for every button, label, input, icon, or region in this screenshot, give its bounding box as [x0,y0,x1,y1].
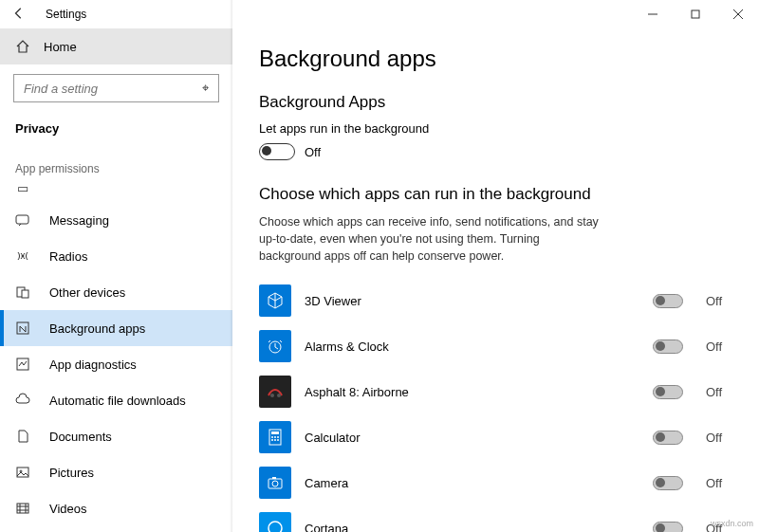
app-name: 3D Viewer [305,294,639,308]
search-field[interactable] [24,82,202,96]
app-row-cortana: Cortana Off [259,505,732,532]
svg-point-15 [277,394,281,397]
svg-point-27 [268,522,282,532]
app-row-camera: Camera Off [259,460,732,505]
app-name: Camera [305,476,639,490]
cloud-download-icon [15,393,30,408]
documents-icon [15,429,30,444]
svg-rect-7 [22,290,28,298]
svg-rect-17 [271,431,279,434]
sidebar-item-pictures[interactable]: Pictures [0,454,232,490]
svg-point-5 [22,255,24,257]
watermark: wsxdn.com [711,519,753,528]
minimize-button[interactable] [631,0,674,28]
svg-point-20 [277,436,279,438]
sidebar-item-app-diagnostics[interactable]: App diagnostics [0,346,232,382]
nav-label: Pictures [49,466,94,480]
master-toggle[interactable] [259,143,295,160]
nav-label: Documents [49,430,112,444]
app-toggle-state: Off [706,339,732,354]
app-toggle-calculator[interactable] [653,431,683,445]
svg-rect-1 [692,10,699,18]
section-heading-choose-apps: Choose which apps can run in the backgro… [259,185,732,204]
svg-point-19 [274,436,276,438]
nav-list: ▭ Tasks Messaging Radios Other devices B… [0,181,232,532]
window-title: Settings [38,8,86,21]
sidebar-item-radios[interactable]: Radios [0,238,232,274]
page-title: Background apps [259,46,732,72]
section-heading-background-apps: Background Apps [259,93,732,112]
window-controls [631,0,759,28]
nav-label: Automatic file downloads [49,394,186,408]
maximize-button[interactable] [674,0,716,28]
asphalt-icon [259,376,291,408]
app-toggle-state: Off [706,431,732,445]
app-name: Cortana [305,522,639,532]
app-diagnostics-icon [15,357,30,372]
app-name: Calculator [305,431,639,445]
master-toggle-state: Off [305,145,321,159]
section-label: App permissions [0,149,232,181]
content-pane: Background apps Background Apps Let apps… [232,28,759,532]
sidebar-item-background-apps[interactable]: Background apps [0,310,232,346]
nav-label: Messaging [49,213,109,228]
svg-rect-26 [272,477,276,479]
category-header[interactable]: Privacy [0,110,232,149]
svg-point-21 [271,439,273,441]
search-input[interactable]: ⌖ [13,74,219,102]
app-toggle-state: Off [706,385,732,399]
calculator-icon [259,421,291,453]
nav-label: Radios [49,249,87,264]
nav-label: Videos [49,502,87,516]
app-row-asphalt: Asphalt 8: Airborne Off [259,369,732,414]
titlebar: Settings [0,0,759,28]
back-button[interactable] [0,7,38,23]
sidebar-item-videos[interactable]: Videos [0,490,232,526]
camera-icon [259,467,291,499]
nav-label: App diagnostics [49,358,137,372]
other-devices-icon [15,284,30,300]
app-toggle-alarms-clock[interactable] [653,339,683,354]
app-row-3d-viewer: 3D Viewer Off [259,278,732,323]
pictures-icon [15,465,30,480]
app-toggle-camera[interactable] [653,476,683,490]
app-row-calculator: Calculator Off [259,414,732,460]
messaging-icon [15,212,30,228]
sidebar-item-automatic-file-downloads[interactable]: Automatic file downloads [0,382,232,418]
sidebar-item-messaging[interactable]: Messaging [0,202,232,238]
app-toggle-state: Off [706,476,732,490]
radios-icon [15,248,30,264]
svg-point-23 [277,439,279,441]
app-toggle-asphalt[interactable] [653,385,683,399]
nav-label: Other devices [49,285,125,300]
sidebar-item-documents[interactable]: Documents [0,418,232,454]
svg-rect-4 [16,215,28,224]
sidebar: Home ⌖ Privacy App permissions ▭ Tasks M… [0,28,232,532]
nav-label: Background apps [49,321,145,336]
videos-icon [15,501,30,516]
svg-point-22 [274,439,276,441]
svg-rect-12 [17,504,28,513]
app-name: Asphalt 8: Airborne [305,385,639,399]
svg-rect-8 [17,322,28,334]
app-toggle-state: Off [706,294,732,308]
svg-point-18 [271,436,273,438]
sidebar-item-tasks[interactable]: ▭ Tasks [0,181,232,202]
alarms-clock-icon [259,330,291,362]
svg-point-25 [272,481,278,486]
sidebar-item-other-devices[interactable]: Other devices [0,274,232,310]
home-icon [15,39,30,54]
tasks-icon: ▭ [15,181,30,195]
section-description: Choose which apps can receive info, send… [259,213,601,265]
home-button[interactable]: Home [0,28,232,64]
app-name: Alarms & Clock [305,339,639,354]
svg-rect-10 [17,468,28,477]
app-toggle-3d-viewer[interactable] [653,294,683,308]
app-row-alarms-clock: Alarms & Clock Off [259,323,732,369]
app-toggle-cortana[interactable] [653,522,683,532]
svg-point-14 [270,394,274,397]
3d-viewer-icon [259,284,291,317]
master-toggle-label: Let apps run in the background [259,121,732,136]
cortana-icon [259,512,291,532]
close-button[interactable] [716,0,759,28]
